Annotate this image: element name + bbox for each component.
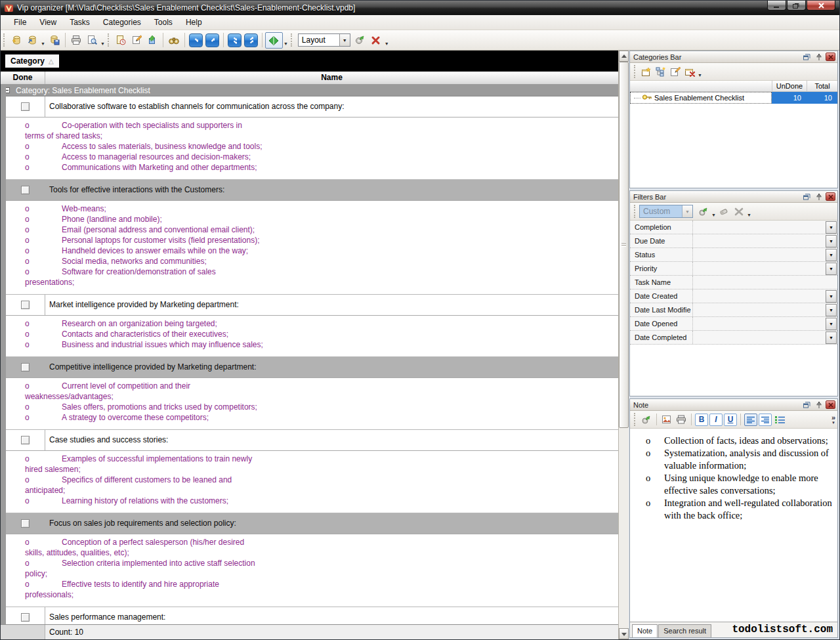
vertical-scrollbar[interactable] [618, 51, 629, 639]
filter-value-field[interactable] [693, 276, 837, 289]
align-left-button[interactable] [744, 414, 757, 426]
move-bottom-button[interactable] [228, 33, 242, 47]
filter-value-field[interactable] [693, 303, 826, 316]
note-content[interactable]: oCollection of facts, ideas and observat… [630, 429, 837, 622]
column-header-name[interactable]: Name [45, 72, 618, 84]
toolbar-overflow-dropdown[interactable]: ▼ [831, 421, 835, 425]
filter-value-field[interactable] [693, 331, 826, 344]
filter-value-field[interactable] [693, 289, 826, 303]
panel-restore-icon[interactable] [802, 400, 812, 409]
tab-note[interactable]: Note [632, 624, 658, 637]
menu-help[interactable]: Help [179, 16, 209, 29]
task-row[interactable]: Sales performance management: [6, 607, 618, 624]
filter-dropdown-button[interactable]: ▼ [826, 290, 837, 303]
panel-close-icon[interactable] [826, 400, 835, 409]
group-by-category-button[interactable]: Category △ [5, 54, 59, 68]
filter-dropdown-button[interactable]: ▼ [826, 249, 837, 261]
delete-category-button[interactable] [682, 64, 697, 79]
tab-search-result[interactable]: Search result [658, 624, 711, 637]
panel-pin-icon[interactable] [814, 53, 824, 61]
move-down-button[interactable] [189, 33, 203, 47]
toolbar-grip[interactable] [634, 205, 637, 218]
filter-preset-combobox[interactable]: Custom ▼ [639, 205, 693, 218]
panel-close-icon[interactable] [826, 53, 835, 61]
underline-button[interactable]: U [724, 414, 737, 426]
toolbar-grip[interactable] [3, 33, 6, 47]
apply-layout-button[interactable] [352, 32, 368, 48]
filter-dropdown-button[interactable]: ▼ [826, 318, 837, 330]
toolbar-grip[interactable] [291, 33, 293, 47]
categories-undone-header[interactable]: UnDone [772, 81, 807, 91]
task-row[interactable]: Case studies and success stories: [6, 430, 618, 451]
task-checkbox[interactable] [21, 519, 30, 528]
menu-tasks[interactable]: Tasks [63, 16, 96, 29]
task-checkbox[interactable] [21, 436, 30, 444]
layout-view-button[interactable] [265, 32, 283, 49]
filter-value-field[interactable] [693, 221, 826, 234]
filter-preset-arrow[interactable]: ▼ [682, 205, 692, 217]
task-row[interactable]: Market intelligence provided by Marketin… [6, 295, 618, 316]
filters-toolbar-dropdown[interactable]: ▼ [747, 213, 751, 217]
scroll-down-button[interactable] [619, 628, 629, 639]
filter-dropdown-button[interactable]: ▼ [826, 263, 837, 275]
filter-dropdown-button[interactable]: ▼ [826, 304, 837, 316]
edit-category-button[interactable] [668, 64, 682, 79]
task-checkbox[interactable] [21, 186, 30, 194]
column-header-done[interactable]: Done [1, 72, 45, 84]
task-checkbox[interactable] [21, 102, 30, 111]
scrollbar-thumb[interactable] [619, 62, 629, 428]
print-note-button[interactable] [674, 412, 688, 427]
menu-file[interactable]: File [7, 16, 33, 29]
apply-filter-dropdown[interactable]: ▼ [711, 213, 716, 217]
panel-pin-icon[interactable] [814, 400, 824, 409]
open-database-button[interactable] [24, 32, 40, 48]
menu-categories[interactable]: Categories [96, 16, 148, 29]
delete-layout-button[interactable] [368, 32, 384, 48]
task-row[interactable]: Focus on sales job requirements and sele… [6, 513, 618, 534]
filter-value-field[interactable] [693, 317, 826, 330]
minimize-button[interactable] [767, 1, 786, 11]
restore-button[interactable] [787, 1, 806, 11]
group-row[interactable]: Category: Sales Enablement Checklist [1, 85, 618, 96]
task-row[interactable]: Collaborative software to establish chan… [6, 96, 618, 117]
filter-value-field[interactable] [693, 248, 826, 261]
move-up-button[interactable] [205, 33, 219, 47]
save-database-button[interactable] [47, 32, 62, 48]
toolbar-grip[interactable] [634, 65, 637, 78]
bold-button[interactable]: B [695, 414, 708, 426]
category-name-cell[interactable]: Sales Enablement Checklist [630, 92, 772, 104]
layout-combobox[interactable]: Layout ▼ [298, 33, 350, 47]
bullet-list-button[interactable] [772, 412, 787, 427]
task-checkbox[interactable] [21, 301, 30, 309]
apply-filter-button[interactable] [696, 204, 711, 219]
panel-pin-icon[interactable] [814, 192, 824, 201]
categories-name-header[interactable] [630, 81, 772, 91]
panel-restore-icon[interactable] [802, 192, 812, 201]
task-checkbox[interactable] [21, 363, 30, 372]
collapse-group-icon[interactable] [4, 87, 10, 93]
category-row[interactable]: Sales Enablement Checklist1010 [630, 92, 837, 104]
remove-filter-button[interactable] [732, 204, 746, 219]
layout-dropdown[interactable]: ▼ [385, 41, 389, 46]
layout-combobox-arrow[interactable]: ▼ [339, 34, 350, 46]
move-top-button[interactable] [244, 33, 258, 47]
filter-dropdown-button[interactable]: ▼ [826, 235, 837, 247]
close-button[interactable] [807, 1, 835, 11]
align-right-button[interactable] [759, 414, 772, 426]
menu-view[interactable]: View [33, 16, 63, 29]
add-subcategory-button[interactable] [654, 64, 668, 79]
task-checkbox[interactable] [21, 613, 30, 622]
filter-dropdown-button[interactable]: ▼ [826, 331, 837, 344]
scrollbar-track[interactable] [619, 428, 629, 628]
toolbar-grip[interactable] [634, 413, 637, 426]
clear-filter-button[interactable] [717, 204, 732, 219]
open-database-dropdown[interactable]: ▼ [41, 41, 45, 46]
insert-image-button[interactable] [660, 412, 674, 427]
toolbar-grip[interactable] [108, 33, 110, 47]
new-database-button[interactable] [9, 32, 24, 48]
filter-dropdown-button[interactable]: ▼ [826, 221, 837, 234]
add-category-button[interactable] [639, 64, 654, 79]
panel-close-icon[interactable] [826, 192, 835, 201]
categories-total-header[interactable]: Total [807, 81, 837, 91]
print-dropdown[interactable]: ▼ [100, 41, 105, 46]
